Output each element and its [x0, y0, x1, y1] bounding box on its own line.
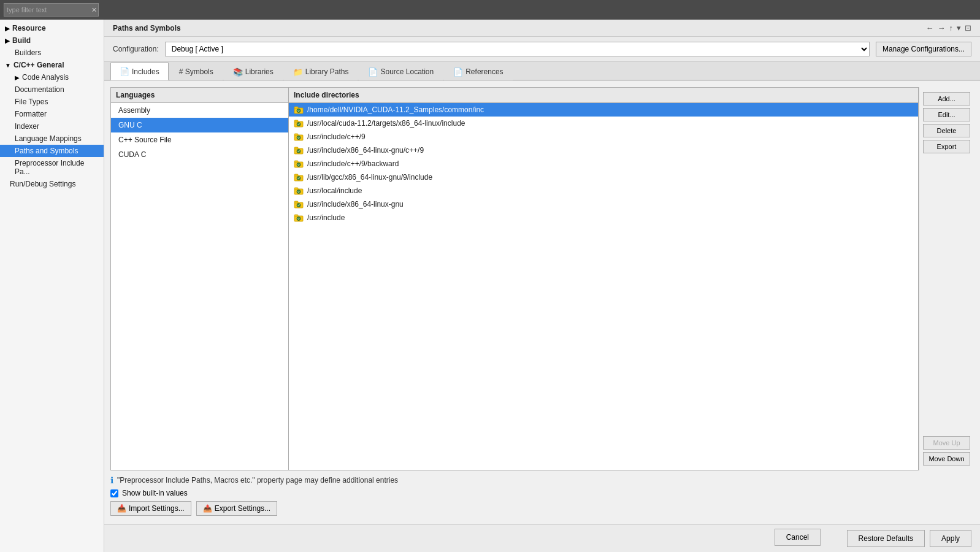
import-export-row: 📥 Import Settings... 📤 Export Settings..…: [110, 501, 974, 516]
sidebar-item-resource[interactable]: ▶ Resource: [0, 22, 104, 34]
export-settings-button[interactable]: 📤 Export Settings...: [196, 501, 277, 516]
sidebar-item-language-mappings[interactable]: Language Mappings: [0, 132, 104, 145]
menu-icon[interactable]: ▾: [957, 23, 961, 33]
clear-filter-icon[interactable]: ✕: [91, 6, 97, 14]
import-icon: 📥: [117, 504, 126, 513]
content-area: Languages Assembly GNU C C++ Source File: [104, 81, 980, 524]
page-title-bar: Paths and Symbols ← → ↑ ▾ ⊡: [104, 20, 980, 37]
svg-rect-10: [294, 147, 298, 149]
folder-icon-0: [294, 105, 304, 114]
include-item-3[interactable]: /usr/include/x86_64-linux-gnu/c++/9: [289, 144, 918, 157]
expand-icon: ▶: [5, 25, 10, 32]
filter-input[interactable]: [7, 6, 91, 13]
up-icon[interactable]: ↑: [949, 23, 954, 33]
sidebar: ▶ Resource ▶ Build Builders ▼ C/C++ Gene…: [0, 20, 104, 552]
include-item-4[interactable]: /usr/include/c++/9/backward: [289, 157, 918, 171]
includes-panel: Include directories: [289, 88, 918, 470]
edit-button[interactable]: Edit...: [923, 108, 970, 121]
sidebar-item-file-types[interactable]: File Types: [0, 96, 104, 108]
config-label: Configuration:: [113, 45, 159, 53]
cancel-button[interactable]: Cancel: [775, 529, 821, 546]
tab-library-paths[interactable]: 📁 Library Paths: [284, 63, 358, 80]
lang-item-assembly[interactable]: Assembly: [111, 103, 288, 118]
include-item-8[interactable]: /usr/include: [289, 211, 918, 224]
show-builtin-row: Show built-in values: [110, 489, 974, 497]
delete-button[interactable]: Delete: [923, 124, 970, 137]
show-builtin-checkbox[interactable]: [110, 489, 118, 497]
main-row: ▶ Resource ▶ Build Builders ▼ C/C++ Gene…: [0, 20, 980, 552]
forward-icon[interactable]: →: [938, 23, 946, 33]
info-text: "Preprocessor Include Paths, Macros etc.…: [117, 476, 398, 485]
sidebar-item-paths-and-symbols[interactable]: Paths and Symbols: [0, 145, 104, 157]
libraries-tab-icon: 📚: [233, 67, 243, 77]
right-panel: Paths and Symbols ← → ↑ ▾ ⊡ Configuratio…: [104, 20, 980, 552]
tab-source-location[interactable]: 📄 Source Location: [359, 63, 443, 80]
includes-header: Include directories: [289, 88, 918, 103]
source-location-tab-icon: 📄: [368, 67, 378, 77]
folder-icon-2: [294, 132, 304, 141]
svg-rect-22: [294, 201, 298, 203]
languages-list: Assembly GNU C C++ Source File CUDA C: [111, 103, 288, 470]
move-up-button[interactable]: Move Up: [923, 436, 970, 450]
sidebar-item-code-analysis[interactable]: ▶ Code Analysis: [0, 71, 104, 83]
expand-icon: ▼: [5, 62, 11, 69]
tab-libraries[interactable]: 📚 Libraries: [224, 63, 283, 80]
maximize-icon[interactable]: ⊡: [965, 23, 971, 33]
folder-icon-3: [294, 146, 304, 155]
svg-rect-19: [294, 188, 298, 190]
show-builtin-label: Show built-in values: [122, 489, 188, 497]
back-icon[interactable]: ←: [926, 23, 934, 33]
languages-header: Languages: [111, 88, 288, 103]
references-tab-icon: 📄: [453, 67, 463, 77]
filter-wrap: ✕: [4, 3, 99, 17]
include-item-7[interactable]: /usr/include/x86_64-linux-gnu: [289, 197, 918, 211]
include-item-6[interactable]: /usr/local/include: [289, 184, 918, 197]
include-item-0[interactable]: /home/dell/NVIDIA_CUDA-11.2_Samples/comm…: [289, 103, 918, 117]
svg-rect-25: [294, 215, 298, 217]
restore-defaults-button[interactable]: Restore Defaults: [847, 530, 925, 547]
lang-item-gnu-c[interactable]: GNU C: [111, 118, 288, 132]
svg-rect-1: [294, 107, 298, 109]
config-select[interactable]: Debug [ Active ]: [165, 42, 870, 56]
include-item-2[interactable]: /usr/include/c++/9: [289, 130, 918, 144]
sidebar-item-run-debug[interactable]: Run/Debug Settings: [0, 178, 104, 190]
include-item-5[interactable]: /usr/lib/gcc/x86_64-linux-gnu/9/include: [289, 171, 918, 184]
page-title: Paths and Symbols: [113, 24, 181, 33]
tab-includes[interactable]: 📄 Includes: [110, 63, 169, 80]
config-row: Configuration: Debug [ Active ] Manage C…: [104, 37, 980, 62]
top-bar: ✕: [0, 0, 980, 20]
bottom-info: ℹ "Preprocessor Include Paths, Macros et…: [110, 470, 974, 518]
sidebar-item-preprocessor[interactable]: Preprocessor Include Pa...: [0, 157, 104, 178]
info-row: ℹ "Preprocessor Include Paths, Macros et…: [110, 475, 974, 485]
add-button[interactable]: Add...: [923, 92, 970, 105]
include-item-1[interactable]: /usr/local/cuda-11.2/targets/x86_64-linu…: [289, 117, 918, 130]
library-paths-tab-icon: 📁: [293, 67, 303, 77]
tab-symbols[interactable]: # Symbols: [170, 63, 223, 80]
svg-rect-16: [294, 174, 298, 176]
info-icon: ℹ: [110, 475, 113, 485]
sidebar-item-builders[interactable]: Builders: [0, 47, 104, 59]
folder-icon-6: [294, 186, 304, 195]
includes-tab-icon: 📄: [120, 67, 129, 76]
export-button[interactable]: Export: [923, 140, 970, 153]
sidebar-item-build[interactable]: ▶ Build: [0, 34, 104, 47]
apply-button[interactable]: Apply: [930, 530, 971, 547]
sidebar-item-indexer[interactable]: Indexer: [0, 120, 104, 132]
lang-item-cpp[interactable]: C++ Source File: [111, 132, 288, 147]
sidebar-item-cpp-general[interactable]: ▼ C/C++ General: [0, 59, 104, 71]
folder-icon-5: [294, 173, 304, 182]
expand-icon: ▶: [5, 37, 10, 44]
svg-rect-13: [294, 161, 298, 163]
tab-references[interactable]: 📄 References: [444, 63, 512, 80]
sidebar-item-formatter[interactable]: Formatter: [0, 108, 104, 120]
move-down-button[interactable]: Move Down: [923, 452, 970, 466]
import-settings-button[interactable]: 📥 Import Settings...: [110, 501, 191, 516]
sidebar-item-documentation[interactable]: Documentation: [0, 83, 104, 96]
folder-icon-4: [294, 159, 304, 168]
folder-icon-1: [294, 119, 304, 128]
folder-icon-7: [294, 200, 304, 209]
svg-rect-7: [294, 134, 298, 136]
lang-item-cuda[interactable]: CUDA C: [111, 147, 288, 162]
manage-configurations-button[interactable]: Manage Configurations...: [876, 42, 971, 56]
split-pane: Languages Assembly GNU C C++ Source File: [110, 87, 919, 470]
